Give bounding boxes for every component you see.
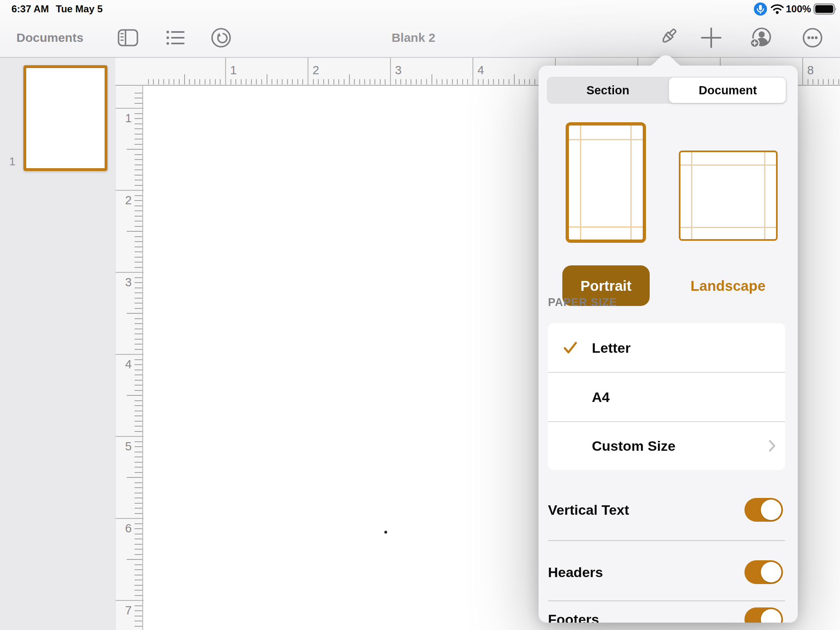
section-document-segmented-control: Section Document <box>547 77 787 104</box>
ruler-tick <box>220 79 221 84</box>
footers-toggle[interactable] <box>744 607 783 623</box>
portrait-orientation-thumbnail[interactable] <box>566 122 646 243</box>
paper-size-option-label: Custom Size <box>592 422 676 470</box>
collaborate-icon[interactable] <box>749 26 772 49</box>
ruler-tick <box>135 508 142 509</box>
ruler-tick <box>135 93 142 94</box>
ruler-tick <box>135 247 142 247</box>
ruler-tick <box>153 79 154 84</box>
checkmark-icon <box>564 341 578 354</box>
ruler-tick <box>488 79 489 84</box>
ruler-tick <box>173 79 174 84</box>
ruler-tick <box>135 349 142 350</box>
ruler-tick <box>189 79 190 84</box>
ruler-tick <box>135 595 142 596</box>
ruler-tick <box>828 79 829 84</box>
ruler-tick <box>135 421 142 422</box>
ruler-tick <box>272 79 272 84</box>
tab-document[interactable]: Document <box>669 77 787 104</box>
ruler-tick <box>135 339 142 340</box>
ruler-tick <box>323 79 324 84</box>
ruler-tick <box>135 185 142 186</box>
ruler-tick <box>431 74 432 84</box>
ruler-tick <box>135 318 142 319</box>
ruler-tick <box>199 79 200 84</box>
toggle-knob <box>761 562 781 582</box>
ruler-tick <box>116 190 144 191</box>
tab-section[interactable]: Section <box>547 77 669 104</box>
ruler-tick <box>135 374 142 375</box>
documents-button[interactable]: Documents <box>16 29 83 46</box>
landscape-orientation-thumbnail[interactable] <box>679 151 778 241</box>
vertical-text-toggle[interactable] <box>744 498 783 522</box>
paper-size-option-label: Letter <box>592 323 630 372</box>
ruler-tick <box>135 426 142 427</box>
ruler-tick <box>116 272 144 273</box>
ruler-tick <box>313 79 314 84</box>
ruler-tick <box>421 79 422 84</box>
ruler-tick <box>436 79 437 84</box>
ruler-tick <box>354 79 355 84</box>
ruler-tick <box>135 175 142 176</box>
toggle-label-vertical-text: Vertical Text <box>548 500 629 520</box>
ruler-tick <box>135 333 142 334</box>
paper-size-card: LetterA4Custom Size <box>548 323 785 470</box>
landscape-button[interactable]: Landscape <box>679 265 777 306</box>
ruler-tick <box>135 498 142 498</box>
ruler-number: 7 <box>116 603 141 618</box>
document-setup-popover: Section Document Portrait Landscape PAPE… <box>539 55 798 623</box>
undo-icon[interactable] <box>210 26 233 49</box>
ruler-tick <box>406 79 406 84</box>
ruler-tick <box>135 580 142 580</box>
ruler-number: 3 <box>390 64 406 77</box>
ruler-tick <box>395 79 396 84</box>
ruler-tick <box>135 164 142 165</box>
page-thumbnail-selected[interactable] <box>23 65 107 171</box>
ruler-tick <box>267 74 267 84</box>
more-ellipsis-icon[interactable] <box>801 26 824 49</box>
ruler-tick <box>148 79 149 84</box>
headers-toggle[interactable] <box>744 560 783 584</box>
ruler-tick <box>135 539 142 539</box>
ruler-tick <box>135 472 142 473</box>
ruler-tick <box>135 431 142 432</box>
ruler-tick <box>135 415 142 416</box>
ruler-tick <box>135 467 142 468</box>
ruler-tick <box>534 79 535 84</box>
ruler-tick <box>179 79 180 84</box>
paper-size-option-letter[interactable]: Letter <box>548 323 785 372</box>
ruler-tick <box>184 74 185 84</box>
list-view-icon[interactable] <box>164 26 187 49</box>
ruler-tick <box>135 103 142 104</box>
ruler-tick <box>359 79 360 84</box>
ruler-number: 5 <box>116 439 141 454</box>
ruler-tick <box>519 79 520 84</box>
document-title: Blank 2 <box>361 29 466 46</box>
ruler-tick <box>256 79 257 84</box>
ruler-tick <box>447 79 447 84</box>
paper-size-option-label: A4 <box>592 372 609 422</box>
sidebar-panel-icon[interactable] <box>116 26 139 49</box>
ruler-tick <box>210 79 210 84</box>
ruler-tick <box>135 98 142 98</box>
format-paintbrush-icon[interactable] <box>656 26 679 49</box>
ruler-tick <box>135 128 142 129</box>
ruler-tick <box>135 503 142 504</box>
ruler-tick <box>135 621 142 621</box>
ruler-tick <box>135 462 142 463</box>
status-time: 6:37 AM <box>11 2 49 16</box>
ruler-tick <box>135 564 142 565</box>
ruler-tick <box>135 344 142 345</box>
ruler-number: 4 <box>116 357 141 372</box>
ruler-tick <box>385 79 386 84</box>
paper-size-option-custom-size[interactable]: Custom Size <box>548 422 785 470</box>
ruler-tick <box>135 180 142 180</box>
add-plus-icon[interactable] <box>700 26 723 49</box>
text-insertion-dot <box>384 531 387 534</box>
ruler-tick <box>514 74 515 84</box>
status-date: Tue May 5 <box>56 2 103 16</box>
ruler-tick <box>135 262 142 262</box>
paper-size-option-a4[interactable]: A4 <box>548 372 785 422</box>
page-number-label: 1 <box>5 155 20 168</box>
popover-body: Section Document Portrait Landscape PAPE… <box>539 66 798 623</box>
